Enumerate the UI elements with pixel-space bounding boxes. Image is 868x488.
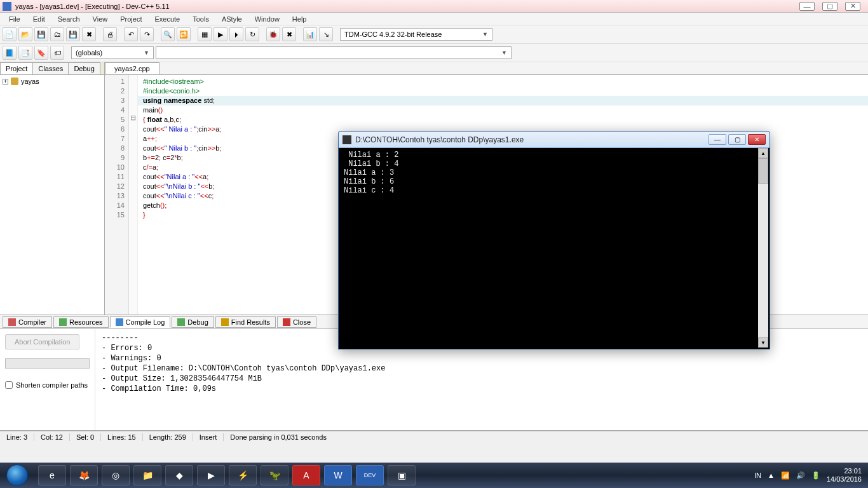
scroll-down-icon[interactable]: ▼ (758, 337, 768, 348)
chevron-down-icon: ▼ (144, 50, 149, 56)
scroll-up-icon[interactable]: ▲ (758, 148, 768, 158)
project-tree[interactable]: + yayas (0, 75, 104, 88)
menu-edit[interactable]: Edit (27, 14, 51, 24)
taskbar-chrome-icon[interactable]: ◎ (102, 465, 130, 485)
goto-icon[interactable]: ↘ (319, 27, 333, 41)
taskbar-firefox-icon[interactable]: 🦊 (70, 465, 98, 485)
bottom-tab-compiler[interactable]: Compiler (3, 316, 52, 328)
bottom-tab-close[interactable]: Close (277, 316, 316, 328)
tray-date: 14/03/2016 (827, 475, 862, 484)
system-tray[interactable]: IN ▲ 📶 🔊 🔋 23:01 14/03/2016 (748, 467, 868, 484)
member-select[interactable]: ▼ (156, 46, 512, 59)
compiler-select[interactable]: TDM-GCC 4.9.2 32-bit Release ▼ (340, 28, 492, 41)
minimize-button[interactable]: — (799, 2, 815, 11)
taskbar-devcpp-icon[interactable]: DEV (356, 465, 384, 485)
console-close-button[interactable]: ✕ (748, 134, 766, 145)
goto-bookmark-icon[interactable]: 🏷 (50, 46, 64, 60)
tab-icon (116, 318, 123, 326)
stop-icon[interactable]: ✖ (282, 27, 296, 41)
tab-label: Compile Log (126, 318, 165, 326)
console-output[interactable]: Nilai a : 2 Nilai b : 4 Nilai a : 3 Nila… (340, 148, 758, 348)
shorten-paths-input[interactable] (5, 381, 13, 389)
scope-select[interactable]: (globals) ▼ (71, 46, 154, 59)
sidebar: Project Classes Debug + yayas (0, 62, 105, 315)
taskbar-app2-icon[interactable]: 🦖 (261, 465, 288, 485)
tray-network-icon[interactable]: 📶 (781, 471, 790, 480)
abort-compilation-button: Abort Compilation (5, 334, 79, 349)
redo-icon[interactable]: ↷ (140, 27, 154, 41)
menu-window[interactable]: Window (248, 14, 286, 24)
bottom-tab-compile-log[interactable]: Compile Log (110, 316, 171, 328)
insert-icon[interactable]: 📑 (18, 46, 32, 60)
taskbar-media-icon[interactable]: ▶ (197, 465, 225, 485)
profile-icon[interactable]: 📊 (303, 27, 317, 41)
menu-astyle[interactable]: AStyle (215, 14, 248, 24)
new-project-icon[interactable]: 📘 (3, 46, 17, 60)
taskbar-winamp-icon[interactable]: ⚡ (229, 465, 257, 485)
run-icon[interactable]: ▶ (214, 27, 227, 41)
menu-execute[interactable]: Execute (148, 14, 186, 24)
tray-time: 23:01 (827, 467, 862, 475)
tray-volume-icon[interactable]: 🔊 (796, 471, 805, 480)
taskbar-explorer-icon[interactable]: 📁 (133, 465, 161, 485)
taskbar-word-icon[interactable]: W (324, 465, 352, 485)
new-file-icon[interactable]: 📄 (3, 27, 17, 41)
menu-help[interactable]: Help (286, 14, 313, 24)
taskbar-ie-icon[interactable]: e (38, 465, 66, 485)
tree-root[interactable]: + yayas (3, 78, 102, 85)
close-file-icon[interactable]: ✖ (82, 27, 96, 41)
rebuild-icon[interactable]: ↻ (245, 27, 259, 41)
find-icon[interactable]: 🔍 (161, 27, 175, 41)
console-maximize-button[interactable]: ▢ (728, 134, 746, 145)
menu-search[interactable]: Search (51, 14, 86, 24)
undo-icon[interactable]: ↶ (124, 27, 138, 41)
replace-icon[interactable]: 🔁 (177, 27, 191, 41)
close-button[interactable]: ✕ (845, 2, 860, 11)
compile-run-icon[interactable]: ⏵ (229, 27, 243, 41)
shorten-paths-checkbox[interactable]: Shorten compiler paths (5, 381, 90, 389)
tray-clock[interactable]: 23:01 14/03/2016 (827, 467, 862, 484)
compile-icon[interactable]: ▦ (198, 27, 212, 41)
fold-gutter[interactable]: ⊟ (129, 75, 138, 315)
expand-icon[interactable]: + (3, 79, 8, 85)
save-icon[interactable]: 💾 (34, 27, 48, 41)
compile-progress (5, 358, 90, 369)
taskbar-app-icon[interactable]: ◆ (165, 465, 193, 485)
print-icon[interactable]: 🖨 (103, 27, 117, 41)
console-window[interactable]: D:\CONTOH\Contoh tyas\contoh DDp\yayas1.… (338, 131, 770, 349)
tab-project[interactable]: Project (0, 62, 33, 74)
tab-classes[interactable]: Classes (32, 62, 69, 74)
tray-lang[interactable]: IN (754, 471, 761, 479)
menu-tools[interactable]: Tools (186, 14, 215, 24)
taskbar-adobe-icon[interactable]: A (292, 465, 320, 485)
debug-icon[interactable]: 🐞 (266, 27, 280, 41)
menu-file[interactable]: File (3, 14, 27, 24)
window-titlebar: yayas - [yayas1.dev] - [Executing] - Dev… (0, 0, 868, 13)
open-icon[interactable]: 📂 (18, 27, 32, 41)
bottom-tab-resources[interactable]: Resources (53, 316, 109, 328)
console-scrollbar[interactable]: ▲ ▼ (758, 148, 768, 348)
tab-label: Find Results (231, 318, 270, 326)
taskbar-console-icon[interactable]: ▣ (388, 465, 416, 485)
bottom-tab-debug[interactable]: Debug (172, 316, 214, 328)
window-title: yayas - [yayas1.dev] - [Executing] - Dev… (15, 3, 170, 10)
save-all-icon[interactable]: 🗂 (50, 27, 64, 41)
menu-view[interactable]: View (86, 14, 114, 24)
status-lines: Lines: 15 (101, 433, 143, 441)
menu-project[interactable]: Project (114, 14, 148, 24)
maximize-button[interactable]: ▢ (822, 2, 837, 11)
status-col: Col: 12 (34, 433, 70, 441)
save-as-icon[interactable]: 💾 (66, 27, 80, 41)
start-button[interactable] (0, 463, 34, 488)
console-minimize-button[interactable]: — (709, 134, 726, 145)
tab-debug[interactable]: Debug (68, 62, 100, 74)
windows-taskbar[interactable]: e 🦊 ◎ 📁 ◆ ▶ ⚡ 🦖 A W DEV ▣ IN ▲ 📶 🔊 🔋 23:… (0, 463, 868, 488)
console-titlebar[interactable]: D:\CONTOH\Contoh tyas\contoh DDp\yayas1.… (339, 132, 770, 148)
file-tab[interactable]: yayas2.cpp (105, 62, 159, 74)
bottom-tab-find-results[interactable]: Find Results (215, 316, 276, 328)
tray-battery-icon[interactable]: 🔋 (811, 471, 820, 480)
main-toolbar: 📄 📂 💾 🗂 💾 ✖ 🖨 ↶ ↷ 🔍 🔁 ▦ ▶ ⏵ ↻ 🐞 ✖ 📊 ↘ TD… (0, 25, 868, 44)
tray-flag-icon[interactable]: ▲ (768, 471, 775, 479)
bookmark-icon[interactable]: 🔖 (34, 46, 48, 60)
scroll-thumb[interactable] (758, 158, 768, 184)
